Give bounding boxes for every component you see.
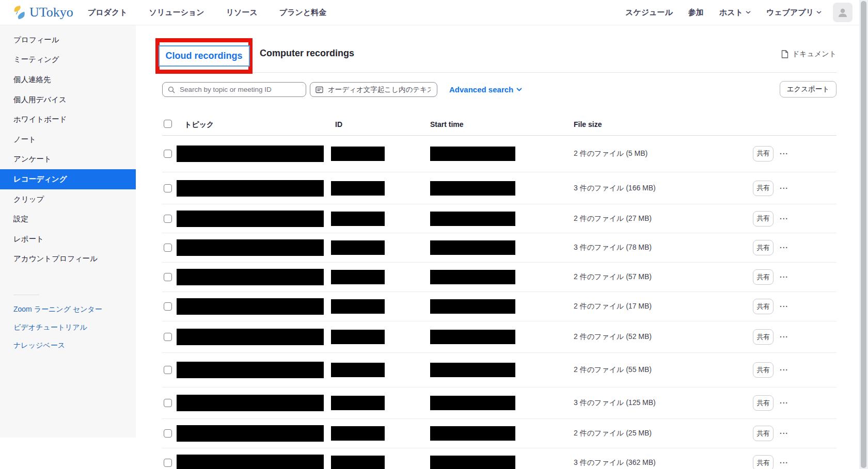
recording-table-row: 3 件のファイル (362 MB) 共有 ··· — [162, 448, 837, 469]
share-button[interactable]: 共有 — [753, 362, 774, 378]
more-options-button[interactable]: ··· — [780, 150, 788, 158]
redacted-start-time — [430, 426, 515, 441]
sidebar-menu: プロフィールミーティング個人連絡先個人用デバイスホワイトボードノートアンケートレ… — [0, 25, 136, 269]
chevron-down-icon — [746, 11, 751, 14]
sidebar-item-6[interactable]: アンケート — [0, 150, 136, 170]
share-button[interactable]: 共有 — [753, 329, 774, 345]
redacted-meeting-id — [331, 212, 385, 226]
column-header-id: ID — [335, 120, 342, 128]
user-avatar[interactable] — [833, 3, 853, 22]
more-options-button[interactable]: ··· — [780, 399, 788, 407]
row-checkbox[interactable] — [164, 150, 172, 158]
page-scrollbar[interactable] — [859, 0, 868, 469]
share-button[interactable]: 共有 — [753, 240, 774, 255]
search-topic-input[interactable] — [179, 85, 301, 94]
share-button[interactable]: 共有 — [753, 211, 774, 227]
row-checkbox[interactable] — [164, 333, 172, 341]
recording-table-row: 3 件のファイル (125 MB) 共有 ··· — [162, 387, 837, 419]
row-checkbox[interactable] — [164, 399, 172, 407]
redacted-topic[interactable] — [177, 145, 324, 162]
more-options-button[interactable]: ··· — [780, 244, 788, 252]
topbar-action-1[interactable]: 参加 — [688, 8, 704, 18]
row-checkbox[interactable] — [164, 459, 172, 467]
nav-item-1[interactable]: ソリューション — [149, 8, 204, 18]
share-button[interactable]: 共有 — [753, 395, 774, 411]
redacted-topic[interactable] — [177, 239, 324, 256]
redacted-start-time — [430, 330, 515, 344]
redacted-topic[interactable] — [177, 211, 324, 227]
more-options-button[interactable]: ··· — [780, 302, 788, 311]
nav-item-2[interactable]: リソース — [226, 8, 258, 18]
scrollbar-thumb[interactable] — [861, 1, 866, 468]
row-checkbox[interactable] — [164, 244, 172, 252]
share-button[interactable]: 共有 — [753, 181, 774, 196]
redacted-topic[interactable] — [177, 329, 324, 345]
sidebar-item-9[interactable]: 設定 — [0, 209, 136, 229]
sidebar-item-11[interactable]: アカウントプロフィール — [0, 249, 136, 269]
secondary-nav: スケジュール参加ホストウェブアプリ — [625, 8, 822, 18]
row-checkbox[interactable] — [164, 366, 172, 374]
share-button[interactable]: 共有 — [753, 299, 774, 314]
more-options-button[interactable]: ··· — [780, 215, 788, 223]
share-button[interactable]: 共有 — [753, 269, 774, 285]
share-button[interactable]: 共有 — [753, 455, 774, 469]
share-button[interactable]: 共有 — [753, 426, 774, 441]
redacted-topic[interactable] — [177, 269, 324, 285]
recording-table-row: 3 件のファイル (78 MB) 共有 ··· — [162, 233, 837, 263]
sidebar-item-2[interactable]: 個人連絡先 — [0, 70, 136, 90]
redacted-topic[interactable] — [177, 180, 324, 197]
recording-table-row: 2 件のファイル (25 MB) 共有 ··· — [162, 419, 837, 448]
primary-nav: プロダクトソリューションリソースプランと料金 — [88, 8, 326, 18]
topbar-action-label: スケジュール — [625, 8, 673, 18]
export-button[interactable]: エクスポート — [780, 81, 837, 98]
sidebar-footer-link-2[interactable]: ナレッジベース — [0, 336, 136, 354]
nav-item-0[interactable]: プロダクト — [88, 8, 128, 18]
column-header-topic: トピック — [184, 120, 214, 130]
more-options-button[interactable]: ··· — [780, 184, 788, 192]
redacted-topic[interactable] — [177, 298, 324, 315]
more-options-button[interactable]: ··· — [780, 273, 788, 281]
row-checkbox[interactable] — [164, 273, 172, 281]
utokyo-logo[interactable]: UTokyo — [11, 4, 73, 21]
topbar-action-2[interactable]: ホスト — [719, 8, 751, 18]
row-checkbox[interactable] — [164, 184, 172, 192]
redacted-topic[interactable] — [177, 395, 324, 411]
redacted-topic[interactable] — [177, 362, 324, 378]
sidebar-item-8[interactable]: クリップ — [0, 189, 136, 209]
sidebar-item-4[interactable]: ホワイトボード — [0, 109, 136, 130]
sidebar-item-5[interactable]: ノート — [0, 130, 136, 150]
select-all-checkbox[interactable] — [164, 120, 172, 128]
logo-text: UTokyo — [29, 5, 73, 20]
nav-item-3[interactable]: プランと料金 — [279, 8, 326, 18]
advanced-search-toggle[interactable]: Advanced search — [449, 82, 522, 97]
advanced-search-label: Advanced search — [449, 85, 513, 94]
tab-computer-recordings[interactable]: Computer recordings — [260, 48, 354, 59]
chevron-down-icon — [516, 88, 522, 91]
more-options-button[interactable]: ··· — [780, 366, 788, 374]
sidebar-item-1[interactable]: ミーティング — [0, 50, 136, 70]
sidebar-item-10[interactable]: レポート — [0, 229, 136, 249]
topbar-action-3[interactable]: ウェブアプリ — [766, 8, 822, 18]
zoom-web-portal-recordings-page: UTokyo プロダクトソリューションリソースプランと料金 スケジュール参加ホス… — [0, 0, 868, 469]
more-options-button[interactable]: ··· — [780, 459, 788, 467]
sidebar-item-0[interactable]: プロフィール — [0, 30, 136, 50]
sidebar-footer-link-0[interactable]: Zoom ラーニング センター — [0, 300, 136, 318]
more-options-button[interactable]: ··· — [780, 333, 788, 341]
row-checkbox[interactable] — [164, 429, 172, 438]
topbar-action-0[interactable]: スケジュール — [625, 8, 673, 18]
search-transcript-input[interactable] — [327, 85, 432, 94]
redacted-topic[interactable] — [177, 425, 324, 442]
share-button[interactable]: 共有 — [753, 146, 774, 161]
tab-cloud-recordings[interactable]: Cloud recordings — [159, 45, 250, 67]
sidebar-footer-link-1[interactable]: ビデオチュートリアル — [0, 318, 136, 336]
row-checkbox[interactable] — [164, 215, 172, 223]
redacted-topic[interactable] — [177, 455, 324, 469]
redacted-meeting-id — [331, 147, 385, 161]
documentation-link[interactable]: ドキュメント — [781, 50, 837, 59]
file-size-text: 2 件のファイル (25 MB) — [574, 429, 652, 438]
file-size-text: 2 件のファイル (27 MB) — [574, 214, 652, 223]
sidebar-item-3[interactable]: 個人用デバイス — [0, 90, 136, 110]
sidebar-item-7-active[interactable]: レコーディング — [0, 169, 136, 189]
more-options-button[interactable]: ··· — [780, 429, 788, 438]
row-checkbox[interactable] — [164, 302, 172, 311]
